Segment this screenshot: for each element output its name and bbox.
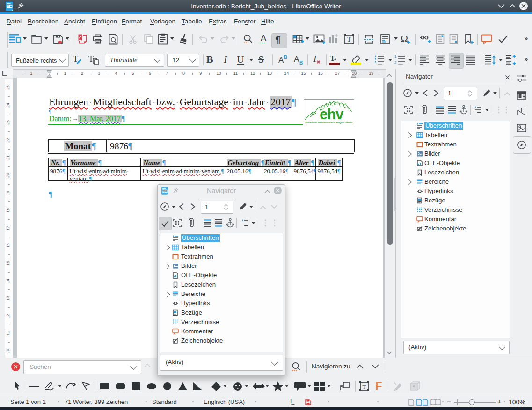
svg-text:2: 2 [394,60,397,65]
svg-text:B: B [284,55,287,60]
svg-text:T: T [363,383,366,390]
svg-text:A: A [294,55,299,64]
svg-text:A: A [261,34,267,43]
svg-text:ehv: ehv [320,106,344,122]
svg-text:T: T [347,36,351,43]
svg-text:B: B [299,60,303,65]
svg-text:F: F [375,381,382,391]
svg-text:Ω: Ω [401,34,408,44]
svg-text:Ehrwalder Heimatmuseum eingetr: Ehrwalder Heimatmuseum eingetr. Verein [306,121,353,124]
svg-text:1: 1 [394,54,397,58]
svg-text:T: T [330,54,335,63]
svg-text:I: I [313,54,317,64]
svg-text:A: A [278,56,284,65]
